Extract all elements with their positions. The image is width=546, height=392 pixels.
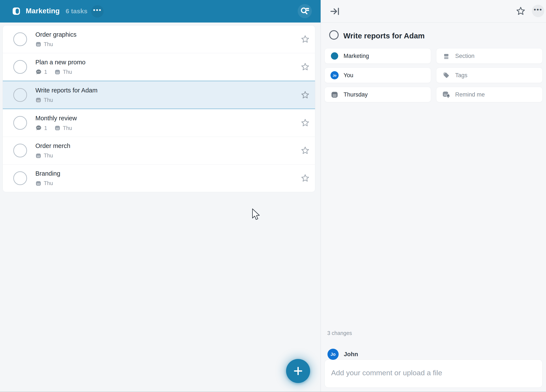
field-tags-label: Tags [455, 72, 468, 79]
task-detail-panel: ••• Write reports for Adam Marketing Sec… [321, 0, 546, 392]
star-icon[interactable] [300, 90, 310, 100]
calendar-icon [35, 41, 41, 47]
task-row[interactable]: Order graphics Thu [3, 26, 315, 53]
star-icon[interactable] [300, 118, 310, 128]
comment-bubble-icon [35, 125, 42, 131]
list-more-button[interactable]: ••• [91, 5, 104, 18]
calendar-icon [331, 91, 338, 98]
task-row[interactable]: Plan a new promo 1 Thu [3, 53, 315, 81]
mouse-cursor [251, 209, 262, 221]
task-list-panel: Marketing 6 tasks ••• Order graphics [0, 0, 321, 392]
field-assignee-label: You [344, 72, 353, 79]
task-title: Plan a new promo [35, 59, 85, 66]
task-checkbox[interactable] [13, 144, 27, 157]
calendar-icon [35, 153, 41, 159]
due-label: Thu [44, 152, 53, 159]
app-logo-icon[interactable] [13, 7, 20, 15]
field-due-date[interactable]: Thursday [325, 87, 431, 102]
ellipsis-icon: ••• [93, 10, 102, 13]
calendar-icon [54, 69, 60, 75]
user-avatar: Jo [327, 349, 339, 360]
field-assignee[interactable]: Jo You [325, 68, 431, 83]
task-title: Write reports for Adam [35, 87, 98, 94]
field-reminder-label: Remind me [455, 91, 485, 98]
star-icon[interactable] [300, 173, 310, 183]
due-label: Thu [63, 125, 72, 131]
add-task-button[interactable] [286, 359, 310, 383]
tag-icon [443, 72, 450, 79]
task-list: Order graphics Thu Plan a new promo [3, 25, 315, 192]
commenter-row: Jo John [327, 349, 546, 360]
field-section-label: Section [455, 53, 474, 59]
changes-link[interactable]: 3 changes [327, 330, 546, 336]
search-button[interactable] [298, 4, 312, 18]
task-checkbox[interactable] [13, 116, 27, 130]
task-row[interactable]: Branding Thu [3, 164, 315, 192]
field-reminder[interactable]: Remind me [436, 87, 543, 102]
detail-task-title: Write reports for Adam [343, 32, 425, 40]
task-title: Monthly review [35, 115, 77, 122]
calendar-bell-icon [442, 91, 450, 99]
list-color-dot-icon [331, 52, 338, 60]
comment-box [325, 359, 543, 388]
star-icon[interactable] [300, 34, 310, 44]
due-label: Thu [44, 97, 53, 103]
calendar-icon [54, 125, 60, 131]
due-label: Thu [44, 41, 53, 47]
search-icon [300, 6, 310, 16]
detail-more-button[interactable]: ••• [532, 5, 544, 17]
list-header: Marketing 6 tasks ••• [0, 0, 321, 23]
plus-icon [292, 366, 304, 377]
task-checkbox[interactable] [13, 60, 27, 74]
field-tags[interactable]: Tags [436, 68, 543, 83]
task-title: Order merch [35, 142, 70, 150]
comment-bubble-icon [35, 69, 42, 75]
due-label: Thu [44, 180, 53, 186]
task-checkbox[interactable] [13, 171, 27, 185]
field-list[interactable]: Marketing [325, 48, 431, 64]
field-list-label: Marketing [344, 53, 369, 59]
task-title: Branding [35, 170, 60, 177]
collapse-arrow-icon [329, 6, 340, 17]
task-checkbox[interactable] [13, 88, 27, 102]
task-checkbox[interactable] [13, 32, 27, 46]
field-section[interactable]: Section [436, 48, 543, 64]
task-title: Order graphics [35, 31, 77, 38]
comment-count: 1 [44, 125, 47, 131]
field-grid: Marketing Section Jo You Tags [325, 48, 543, 102]
star-icon[interactable] [300, 62, 310, 72]
due-label: Thu [63, 69, 72, 75]
task-row[interactable]: Monthly review 1 Thu [3, 109, 315, 137]
calendar-icon [35, 180, 41, 186]
star-icon[interactable] [300, 146, 310, 155]
detail-header: ••• [321, 0, 546, 23]
user-name: John [344, 351, 358, 358]
detail-task-checkbox[interactable] [329, 30, 339, 40]
ellipsis-icon: ••• [534, 10, 543, 12]
task-count: 6 tasks [66, 7, 87, 15]
comment-count: 1 [44, 69, 47, 75]
section-icon [443, 53, 449, 59]
task-row[interactable]: Order merch Thu [3, 137, 315, 164]
assignee-avatar: Jo [331, 71, 339, 79]
collapse-panel-button[interactable] [329, 6, 341, 17]
calendar-icon [35, 97, 41, 103]
comment-input[interactable] [325, 360, 542, 387]
favorite-star-icon[interactable] [516, 6, 526, 16]
field-due-date-label: Thursday [344, 91, 368, 98]
list-title: Marketing [26, 7, 60, 15]
task-row-selected[interactable]: Write reports for Adam Thu [3, 81, 315, 109]
